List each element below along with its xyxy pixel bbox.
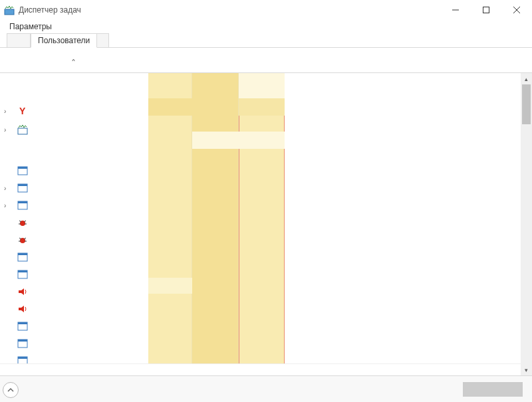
process-row[interactable]: ›Y — [0, 102, 521, 120]
app-icon — [17, 165, 28, 176]
app-icon — [17, 183, 28, 193]
svg-rect-12 — [18, 201, 27, 203]
maximize-button[interactable] — [471, 0, 501, 20]
scroll-down-icon[interactable]: ▾ — [521, 364, 532, 375]
tab-spacer[interactable] — [7, 33, 31, 47]
svg-rect-10 — [18, 184, 27, 186]
svg-marker-28 — [19, 306, 24, 312]
scroll-thumb[interactable] — [522, 84, 531, 124]
process-row[interactable]: › — [0, 179, 521, 197]
yandex-icon: Y — [17, 106, 28, 116]
vertical-scrollbar[interactable]: ▴ ▾ — [521, 73, 532, 375]
process-row[interactable]: › — [0, 121, 521, 138]
process-row[interactable] — [0, 266, 521, 283]
process-row[interactable] — [0, 283, 521, 300]
tab-spacer[interactable] — [97, 33, 109, 47]
app-icon — [17, 252, 28, 262]
svg-rect-6 — [18, 128, 27, 134]
app-icon — [17, 338, 28, 349]
expander-icon[interactable]: › — [4, 126, 11, 134]
svg-rect-30 — [18, 322, 27, 324]
expander-icon[interactable]: › — [4, 185, 11, 192]
task-manager-icon — [4, 5, 15, 15]
table-bottom-edge — [0, 363, 521, 375]
menubar: Параметры — [0, 20, 532, 33]
process-row[interactable] — [0, 214, 521, 231]
process-row[interactable] — [0, 300, 521, 318]
svg-rect-8 — [18, 167, 27, 169]
tab-users[interactable]: Пользователи — [31, 33, 97, 48]
process-row[interactable] — [0, 231, 521, 249]
expander-icon[interactable]: › — [4, 202, 11, 209]
titlebar: Диспетчер задач — [0, 0, 532, 20]
svg-rect-32 — [18, 340, 27, 342]
tabstrip: Пользователи — [0, 33, 532, 48]
window-title: Диспетчер задач — [19, 5, 81, 15]
process-row[interactable] — [0, 335, 521, 352]
expander-icon[interactable]: › — [4, 108, 11, 115]
process-row[interactable] — [0, 162, 521, 179]
audio-icon — [17, 304, 28, 314]
process-table: ›Y››› — [0, 73, 532, 375]
fewer-details-button[interactable] — [3, 382, 19, 398]
app-icon — [17, 200, 28, 211]
app-icon — [17, 321, 28, 332]
end-task-button[interactable] — [463, 382, 523, 397]
bug-icon — [17, 217, 28, 228]
svg-rect-24 — [18, 253, 27, 255]
minimize-button[interactable] — [440, 0, 471, 20]
sort-indicator-icon: ˄ — [71, 58, 76, 66]
svg-rect-34 — [18, 357, 27, 359]
footer — [0, 375, 532, 402]
process-row[interactable]: › — [0, 197, 521, 214]
column-headers[interactable]: ˄ — [0, 48, 532, 73]
app-icon — [17, 269, 28, 280]
svg-rect-2 — [483, 7, 489, 13]
process-row[interactable] — [0, 249, 521, 266]
close-button[interactable] — [501, 0, 532, 20]
svg-rect-26 — [18, 270, 27, 272]
scroll-up-icon[interactable]: ▴ — [521, 73, 532, 84]
bug-icon — [17, 235, 28, 245]
perf-icon — [17, 124, 28, 135]
svg-rect-0 — [5, 9, 14, 15]
menu-parameters[interactable]: Параметры — [9, 22, 52, 31]
audio-icon — [17, 286, 28, 297]
process-row[interactable] — [0, 318, 521, 335]
svg-text:Y: Y — [19, 106, 26, 116]
svg-marker-27 — [19, 288, 24, 295]
